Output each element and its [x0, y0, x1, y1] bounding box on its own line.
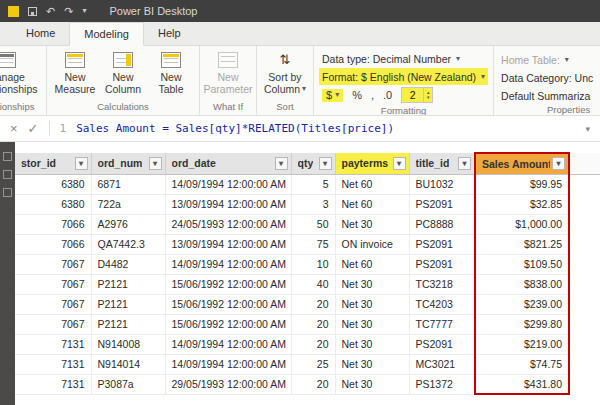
- tab-home[interactable]: Home: [12, 22, 69, 45]
- cell-payterms[interactable]: Net 60: [335, 194, 409, 214]
- data-view-icon[interactable]: [3, 170, 12, 179]
- cell-title_id[interactable]: MC3021: [409, 354, 475, 374]
- cell-sales_amount[interactable]: $821.25: [475, 234, 569, 254]
- redo-icon[interactable]: ↷: [64, 6, 73, 17]
- cell-stor_id[interactable]: 7131: [15, 354, 91, 374]
- cell-stor_id[interactable]: 7131: [15, 334, 91, 354]
- cell-sales_amount[interactable]: $74.75: [475, 354, 569, 374]
- cell-title_id[interactable]: TC7777: [409, 314, 475, 334]
- tab-help[interactable]: Help: [144, 22, 195, 45]
- new-column-button[interactable]: New Column: [100, 49, 146, 95]
- model-view-icon[interactable]: [3, 188, 12, 197]
- column-header-payterms[interactable]: payterms▾: [335, 153, 409, 174]
- column-header-ord_date[interactable]: ord_date▾: [165, 153, 291, 174]
- column-header-stor_id[interactable]: stor_id▾: [15, 153, 91, 174]
- cell-payterms[interactable]: Net 30: [335, 374, 409, 394]
- cell-title_id[interactable]: PC8888: [409, 214, 475, 234]
- column-header-ord_num[interactable]: ord_num▾: [91, 153, 165, 174]
- cell-payterms[interactable]: Net 60: [335, 174, 409, 194]
- cell-ord_num[interactable]: P2121: [91, 294, 165, 314]
- cell-ord_date[interactable]: 13/09/1994 12:00:00 AM: [165, 234, 291, 254]
- data-category-dropdown[interactable]: Data Category: Unc: [501, 70, 600, 85]
- cell-title_id[interactable]: PS2091: [409, 334, 475, 354]
- cell-payterms[interactable]: Net 30: [335, 214, 409, 234]
- cell-stor_id[interactable]: 7066: [15, 234, 91, 254]
- filter-dropdown-icon[interactable]: ▾: [75, 157, 88, 170]
- cell-ord_num[interactable]: A2976: [91, 214, 165, 234]
- cell-qty[interactable]: 40: [291, 274, 335, 294]
- decimal-places-stepper[interactable]: 2 ▴▾: [401, 87, 433, 103]
- percent-format-button[interactable]: %: [352, 90, 362, 101]
- cell-title_id[interactable]: PS2091: [409, 234, 475, 254]
- cell-title_id[interactable]: BU1032: [409, 174, 475, 194]
- cell-qty[interactable]: 75: [291, 234, 335, 254]
- cell-ord_date[interactable]: 29/05/1993 12:00:00 AM: [165, 374, 291, 394]
- cell-ord_date[interactable]: 15/06/1992 12:00:00 AM: [165, 314, 291, 334]
- cell-sales_amount[interactable]: $99.95: [475, 174, 569, 194]
- filter-dropdown-icon[interactable]: ▾: [458, 157, 471, 170]
- stepper-arrows-icon[interactable]: ▴▾: [423, 88, 432, 102]
- filter-dropdown-icon[interactable]: ▾: [149, 157, 162, 170]
- expand-formula-bar-icon[interactable]: ▾: [585, 124, 590, 134]
- cancel-formula-icon[interactable]: ×: [10, 122, 18, 135]
- cell-ord_date[interactable]: 15/06/1992 12:00:00 AM: [165, 294, 291, 314]
- cell-ord_num[interactable]: N914008: [91, 334, 165, 354]
- cell-qty[interactable]: 50: [291, 214, 335, 234]
- cell-stor_id[interactable]: 7067: [15, 314, 91, 334]
- cell-sales_amount[interactable]: $219.00: [475, 334, 569, 354]
- cell-stor_id[interactable]: 7066: [15, 214, 91, 234]
- currency-format-button[interactable]: $ ▾: [322, 89, 343, 102]
- cell-stor_id[interactable]: 7067: [15, 294, 91, 314]
- thousands-separator-button[interactable]: ,: [371, 90, 374, 101]
- cell-stor_id[interactable]: 7131: [15, 374, 91, 394]
- column-header-sales_amount[interactable]: Sales Amount▾: [475, 153, 569, 174]
- cell-stor_id[interactable]: 6380: [15, 194, 91, 214]
- cell-ord_date[interactable]: 24/05/1993 12:00:00 AM: [165, 214, 291, 234]
- cell-title_id[interactable]: TC3218: [409, 274, 475, 294]
- cell-payterms[interactable]: Net 30: [335, 334, 409, 354]
- new-parameter-button[interactable]: New Parameter: [205, 49, 251, 95]
- new-table-button[interactable]: New Table: [148, 49, 194, 95]
- sort-by-column-button[interactable]: ⇅ Sort by Column ▾: [262, 49, 308, 95]
- cell-sales_amount[interactable]: $239.00: [475, 294, 569, 314]
- cell-qty[interactable]: 10: [291, 254, 335, 274]
- decimal-format-icon[interactable]: .0: [383, 90, 392, 101]
- cell-qty[interactable]: 20: [291, 294, 335, 314]
- cell-qty[interactable]: 20: [291, 314, 335, 334]
- cell-title_id[interactable]: PS2091: [409, 254, 475, 274]
- undo-icon[interactable]: ↶: [46, 6, 55, 17]
- cell-stor_id[interactable]: 6380: [15, 174, 91, 194]
- cell-ord_num[interactable]: QA7442.3: [91, 234, 165, 254]
- cell-sales_amount[interactable]: $1,000.00: [475, 214, 569, 234]
- cell-sales_amount[interactable]: $32.85: [475, 194, 569, 214]
- cell-sales_amount[interactable]: $431.80: [475, 374, 569, 394]
- cell-ord_num[interactable]: P2121: [91, 274, 165, 294]
- new-measure-button[interactable]: New Measure: [52, 49, 98, 95]
- filter-dropdown-icon[interactable]: ▾: [319, 157, 332, 170]
- cell-title_id[interactable]: TC4203: [409, 294, 475, 314]
- cell-ord_num[interactable]: 6871: [91, 174, 165, 194]
- cell-payterms[interactable]: ON invoice: [335, 234, 409, 254]
- cell-sales_amount[interactable]: $109.50: [475, 254, 569, 274]
- formula-input[interactable]: Sales Amount = Sales[qty]*RELATED(Titles…: [76, 122, 394, 135]
- filter-dropdown-icon[interactable]: ▾: [393, 157, 406, 170]
- cell-payterms[interactable]: Net 60: [335, 254, 409, 274]
- cell-stor_id[interactable]: 7067: [15, 254, 91, 274]
- cell-qty[interactable]: 20: [291, 374, 335, 394]
- cell-stor_id[interactable]: 7067: [15, 274, 91, 294]
- cell-qty[interactable]: 3: [291, 194, 335, 214]
- cell-ord_num[interactable]: D4482: [91, 254, 165, 274]
- cell-ord_date[interactable]: 15/06/1992 12:00:00 AM: [165, 274, 291, 294]
- cell-qty[interactable]: 20: [291, 334, 335, 354]
- cell-title_id[interactable]: PS2091: [409, 194, 475, 214]
- report-view-icon[interactable]: [3, 152, 12, 161]
- cell-ord_date[interactable]: 13/09/1994 12:00:00 AM: [165, 194, 291, 214]
- chevron-down-icon[interactable]: ▾: [82, 7, 86, 15]
- filter-dropdown-icon[interactable]: ▾: [275, 157, 288, 170]
- save-icon[interactable]: [28, 7, 37, 16]
- cell-qty[interactable]: 25: [291, 354, 335, 374]
- cell-ord_date[interactable]: 14/09/1994 12:00:00 AM: [165, 254, 291, 274]
- manage-relationships-button[interactable]: Manage Relationships: [0, 49, 41, 95]
- cell-ord_num[interactable]: P3087a: [91, 374, 165, 394]
- cell-ord_num[interactable]: P2121: [91, 314, 165, 334]
